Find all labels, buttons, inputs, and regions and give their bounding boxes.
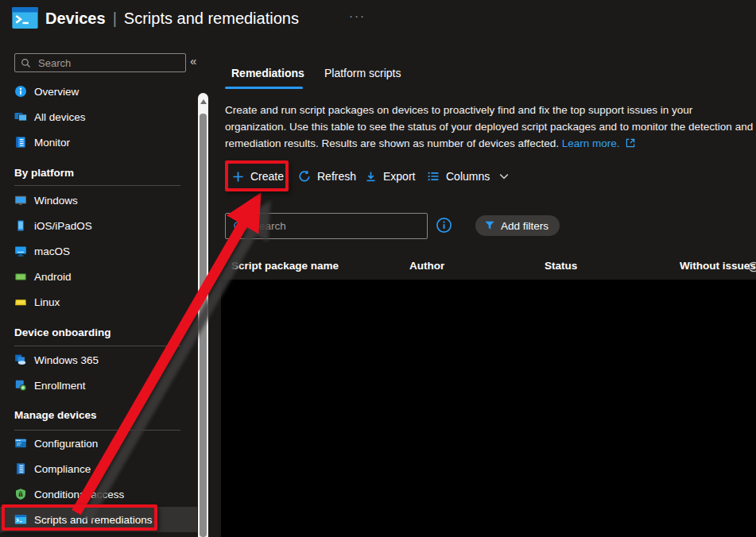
columns-button-label: Columns (446, 170, 490, 183)
description-text: Create and run script packages on device… (225, 104, 753, 149)
sidebar-item-all-devices[interactable]: All devices (0, 104, 197, 129)
sidebar-section-manage-devices: Manage devices (14, 409, 97, 421)
sidebar-item-conditional-access[interactable]: Conditional access (0, 481, 197, 507)
refresh-button-label: Refresh (317, 170, 356, 183)
page-title-section: Scripts and remediations (124, 10, 299, 27)
more-menu-icon[interactable]: ··· (349, 9, 366, 22)
download-icon (365, 171, 377, 183)
sidebar-item-label: All devices (34, 111, 86, 123)
sidebar-item-macos[interactable]: macOS (0, 238, 197, 264)
table-search-box[interactable] (225, 213, 428, 239)
info-icon (14, 85, 27, 98)
filter-icon (484, 220, 495, 231)
sidebar-collapse-icon[interactable]: « (190, 54, 196, 68)
divider (14, 185, 180, 186)
export-button-label: Export (383, 170, 415, 183)
scrollbar-up-arrow-icon[interactable] (200, 99, 207, 104)
sidebar-item-overview[interactable]: Overview (0, 79, 197, 104)
column-header-status[interactable]: Status (545, 260, 577, 272)
columns-button[interactable]: Columns (427, 163, 509, 190)
sidebar-item-label: macOS (34, 245, 70, 257)
page-title-blade: Devices (45, 10, 106, 27)
column-header-script-package-name[interactable]: Script package name (231, 260, 339, 272)
title-separator: | (113, 10, 117, 27)
sidebar-item-label: Scripts and remediations (34, 514, 153, 526)
sidebar-item-label: iOS/iPadOS (34, 220, 92, 232)
sidebar-item-scripts-and-remediations[interactable]: Scripts and remediations (0, 507, 197, 532)
sidebar-item-configuration[interactable]: Configuration (0, 431, 197, 456)
scrollbar-thumb[interactable] (200, 114, 207, 537)
search-icon (233, 221, 244, 232)
sidebar-search-input[interactable] (37, 56, 185, 70)
terminal-icon (14, 513, 27, 526)
columns-icon (427, 170, 440, 183)
compliance-icon (14, 462, 27, 475)
sidebar-item-label: Windows (34, 195, 78, 207)
sidebar-item-label: Overview (34, 86, 79, 98)
android-icon (14, 270, 27, 283)
table-body-empty-area (221, 280, 756, 537)
phone-icon (14, 219, 27, 232)
tab-remediations[interactable]: Remediations (231, 67, 304, 79)
configuration-icon (14, 437, 27, 450)
refresh-button[interactable]: Refresh (298, 163, 356, 190)
sidebar-item-monitor[interactable]: Monitor (0, 129, 197, 155)
notebook-icon (14, 136, 27, 149)
create-button-label: Create (250, 170, 284, 183)
linux-icon (14, 296, 27, 308)
windows-icon (14, 194, 27, 207)
export-button[interactable]: Export (365, 163, 415, 190)
table-search-input[interactable] (250, 219, 427, 233)
sidebar-item-label: Windows 365 (34, 354, 99, 366)
column-info-icon[interactable] (748, 261, 756, 276)
tab-platform-scripts[interactable]: Platform scripts (324, 67, 401, 79)
add-filters-button[interactable]: Add filters (475, 215, 560, 236)
sidebar-item-linux[interactable]: Linux (0, 289, 197, 315)
column-header-without-issues[interactable]: Without issues (680, 260, 756, 272)
sidebar-item-label: Linux (34, 296, 60, 308)
sidebar-item-windows-365[interactable]: Windows 365 (0, 347, 197, 373)
sidebar-item-ios-ipados[interactable]: iOS/iPadOS (0, 213, 197, 238)
sidebar-item-label: Compliance (34, 463, 91, 475)
add-filters-label: Add filters (501, 220, 549, 232)
devices-icon (14, 110, 27, 123)
sidebar-search-box[interactable] (14, 53, 186, 72)
plus-icon (232, 171, 244, 183)
windows365-icon (14, 353, 27, 366)
shield-lock-icon (14, 488, 27, 500)
divider (14, 346, 180, 346)
sidebar-item-enrollment[interactable]: Enrollment (0, 373, 197, 398)
active-tab-underline (225, 87, 303, 89)
refresh-icon (298, 170, 311, 183)
sidebar-section-by-platform: By platform (14, 167, 74, 179)
sidebar-item-label: Enrollment (34, 380, 86, 392)
display-icon (14, 245, 27, 257)
sidebar-scrollbar[interactable] (198, 93, 208, 537)
sidebar-item-label: Configuration (34, 438, 98, 450)
sidebar-item-windows[interactable]: Windows (0, 187, 197, 213)
page-description: Create and run script packages on device… (225, 102, 756, 152)
learn-more-link[interactable]: Learn more. (562, 137, 620, 149)
create-button[interactable]: Create (232, 163, 284, 190)
sidebar-item-android[interactable]: Android (0, 264, 197, 289)
search-icon (21, 58, 31, 68)
enrollment-icon (14, 379, 27, 392)
sidebar-item-label: Monitor (34, 137, 70, 149)
page-title: Devices|Scripts and remediations (45, 10, 299, 28)
sidebar-item-compliance[interactable]: Compliance (0, 456, 197, 481)
chevron-down-icon (499, 173, 509, 180)
app-terminal-icon (11, 6, 39, 29)
info-circle-icon[interactable] (436, 217, 452, 234)
column-header-author[interactable]: Author (409, 260, 444, 272)
external-link-icon (626, 138, 635, 148)
sidebar-item-label: Conditional access (34, 489, 124, 500)
sidebar-item-label: Android (34, 271, 72, 283)
sidebar-section-device-onboarding: Device onboarding (14, 326, 111, 338)
